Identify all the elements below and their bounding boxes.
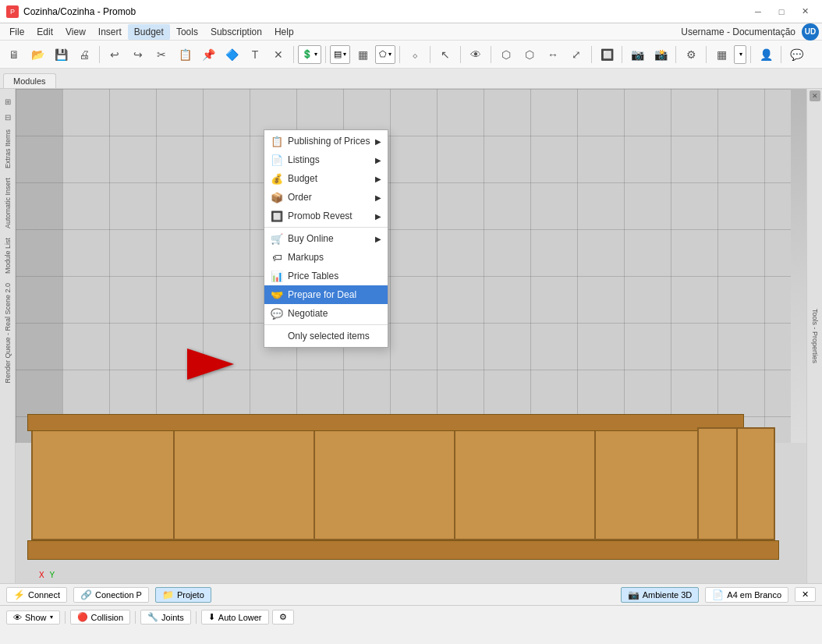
toolbar-btn-12[interactable]: ⬡ xyxy=(495,44,517,65)
menu-tools[interactable]: Tools xyxy=(170,24,204,40)
toolbar-sep-4 xyxy=(399,46,400,63)
joints-icon: 🔧 xyxy=(147,612,158,622)
toolbar-btn-4[interactable]: 🖨 xyxy=(73,44,95,65)
toolbar-btn-6[interactable]: T xyxy=(244,44,266,65)
menu-order[interactable]: 📦 Order ▶ xyxy=(264,188,388,207)
auto-lower-button[interactable]: ⬇ Auto Lower xyxy=(201,610,269,625)
toolbar-btn-5[interactable]: 🔷 xyxy=(221,44,243,65)
auto-lower-settings[interactable]: ⚙ xyxy=(272,610,294,625)
toolbar-btn-20[interactable]: ▦ xyxy=(710,44,732,65)
toolbar-btn-8[interactable]: ▦ xyxy=(352,44,374,65)
toolbar-sep-8 xyxy=(591,46,592,63)
order-arrow: ▶ xyxy=(375,193,381,202)
sidebar-render-queue[interactable]: Render Queue - Real Scene 2.0 xyxy=(2,280,13,387)
menu-markups[interactable]: 🏷 Markups xyxy=(264,248,388,267)
toolbar-btn-10[interactable]: ↖ xyxy=(434,44,456,65)
toolbar-dropdown-2[interactable]: ▤▾ xyxy=(330,45,350,64)
menu-budget[interactable]: Budget xyxy=(128,24,170,40)
status-ambiente3d[interactable]: 📷 Ambiente 3D xyxy=(621,587,700,603)
toolbar-sep-13 xyxy=(781,46,781,63)
menu-promob-revest[interactable]: 🔲 Promob Revest ▶ xyxy=(264,207,388,225)
menu-listings[interactable]: 📄 Listings ▶ xyxy=(264,150,388,169)
menu-price-tables[interactable]: 📊 Price Tables xyxy=(264,267,388,285)
menu-file[interactable]: File xyxy=(3,24,30,40)
toolbar-btn-17[interactable]: 📷 xyxy=(626,44,648,65)
status-connection-p[interactable]: 🔗 Conection P xyxy=(73,587,149,603)
toolbar-btn-22[interactable]: 💬 xyxy=(785,44,807,65)
show-arrow: ▾ xyxy=(50,614,53,621)
arrow-pointer xyxy=(187,349,234,380)
menu-only-selected[interactable]: Only selected items xyxy=(264,327,388,345)
menu-buy-online[interactable]: 🛒 Buy Online ▶ xyxy=(264,229,388,248)
menu-insert[interactable]: Insert xyxy=(92,24,128,40)
toolbar-copy[interactable]: 📋 xyxy=(174,44,196,65)
status-connect[interactable]: ⚡ Connect xyxy=(6,587,67,603)
bottom-sep-2 xyxy=(135,611,136,624)
titlebar-left: P Cozinha/Cozinha - Promob xyxy=(6,5,136,18)
menu-view[interactable]: View xyxy=(59,24,92,40)
sidebar-icon-2[interactable]: ⊟ xyxy=(2,111,14,123)
menu-help[interactable]: Help xyxy=(268,24,300,40)
toolbar-btn-13[interactable]: ⬡ xyxy=(519,44,540,65)
toolbar-btn-11[interactable]: 👁 xyxy=(465,44,487,65)
ambiente3d-label: Ambiente 3D xyxy=(643,590,693,600)
buy-online-label: Buy Online xyxy=(288,233,334,244)
menu-prepare-for-deal[interactable]: 🤝 Prepare for Deal xyxy=(264,285,388,304)
negotiate-label: Negotiate xyxy=(288,308,328,319)
projeto-label: Projeto xyxy=(177,590,204,600)
modules-tab-label: Modules xyxy=(13,76,46,86)
promob-revest-icon: 🔲 xyxy=(271,210,283,222)
minimize-button[interactable]: ─ xyxy=(747,4,769,19)
toolbar-btn-21[interactable]: 👤 xyxy=(755,44,777,65)
maximize-button[interactable]: □ xyxy=(771,4,792,19)
menu-edit[interactable]: Edit xyxy=(30,24,59,40)
right-sidebar-close[interactable]: ✕ xyxy=(810,90,820,101)
menu-negotiate[interactable]: 💬 Negotiate xyxy=(264,304,388,323)
toolbar-dropdown-4[interactable]: ▾ xyxy=(734,45,746,64)
buy-online-arrow: ▶ xyxy=(375,235,381,243)
toolbar-btn-18[interactable]: 📸 xyxy=(650,44,671,65)
toolbar-dropdown-1[interactable]: 💲▾ xyxy=(298,45,321,64)
auto-lower-label: Auto Lower xyxy=(218,613,262,622)
connection-p-label: Conection P xyxy=(95,590,142,600)
toolbar-sep-12 xyxy=(750,46,751,63)
toolbar-dropdown-3[interactable]: ⬠▾ xyxy=(375,45,395,64)
toolbar-btn-15[interactable]: ⤢ xyxy=(565,44,587,65)
toolbar-btn-16[interactable]: 🔲 xyxy=(596,44,618,65)
toolbar-btn-3[interactable]: 💾 xyxy=(50,44,72,65)
collision-button[interactable]: 🔴 Collision xyxy=(70,610,131,625)
status-a4-em-branco[interactable]: 📄 A4 em Branco xyxy=(705,587,788,603)
toolbar-undo[interactable]: ↩ xyxy=(104,44,126,65)
toolbar-btn-1[interactable]: 🖥 xyxy=(3,44,25,65)
status-close[interactable]: ✕ xyxy=(795,587,816,602)
left-sidebar: ⊞ ⊟ Extras Items Automatic Insert Module… xyxy=(0,89,16,583)
toolbar-btn-2[interactable]: 📂 xyxy=(27,44,48,65)
titlebar-title: Cozinha/Cozinha - Promob xyxy=(23,6,136,17)
toolbar-cut[interactable]: ✂ xyxy=(151,44,172,65)
budget-icon: 💰 xyxy=(271,172,283,185)
toolbar-btn-9[interactable]: ⬦ xyxy=(404,44,426,65)
show-button[interactable]: 👁 Show ▾ xyxy=(6,610,60,625)
user-badge[interactable]: UD xyxy=(802,23,819,41)
toolbar-redo[interactable]: ↪ xyxy=(127,44,149,65)
sidebar-automatic-insert[interactable]: Automatic Insert xyxy=(2,175,13,232)
auto-lower-icon: ⬇ xyxy=(208,612,215,622)
toolbar-paste[interactable]: 📌 xyxy=(197,44,219,65)
menu-subscription[interactable]: Subscription xyxy=(204,24,268,40)
titlebar: P Cozinha/Cozinha - Promob ─ □ ✕ xyxy=(0,0,822,23)
toolbar-btn-7[interactable]: ✕ xyxy=(268,44,289,65)
modules-tab[interactable]: Modules xyxy=(3,73,56,88)
toolbar-btn-14[interactable]: ↔ xyxy=(542,44,564,65)
sidebar-icon-1[interactable]: ⊞ xyxy=(2,95,14,108)
menu-budget[interactable]: 💰 Budget ▶ xyxy=(264,169,388,188)
sidebar-extras-items[interactable]: Extras Items xyxy=(2,126,13,172)
status-projeto[interactable]: 📁 Projeto xyxy=(155,587,211,603)
collision-icon: 🔴 xyxy=(77,612,88,622)
counter-right xyxy=(697,427,775,540)
close-button[interactable]: ✕ xyxy=(794,4,816,19)
toolbar-btn-19[interactable]: ⚙ xyxy=(680,44,702,65)
sidebar-module-list[interactable]: Module List xyxy=(2,235,13,277)
menu-publishing-of-prices[interactable]: 📋 Publishing of Prices ▶ xyxy=(264,132,388,150)
ambiente3d-icon: 📷 xyxy=(628,589,640,600)
joints-button[interactable]: 🔧 Joints xyxy=(140,610,191,625)
